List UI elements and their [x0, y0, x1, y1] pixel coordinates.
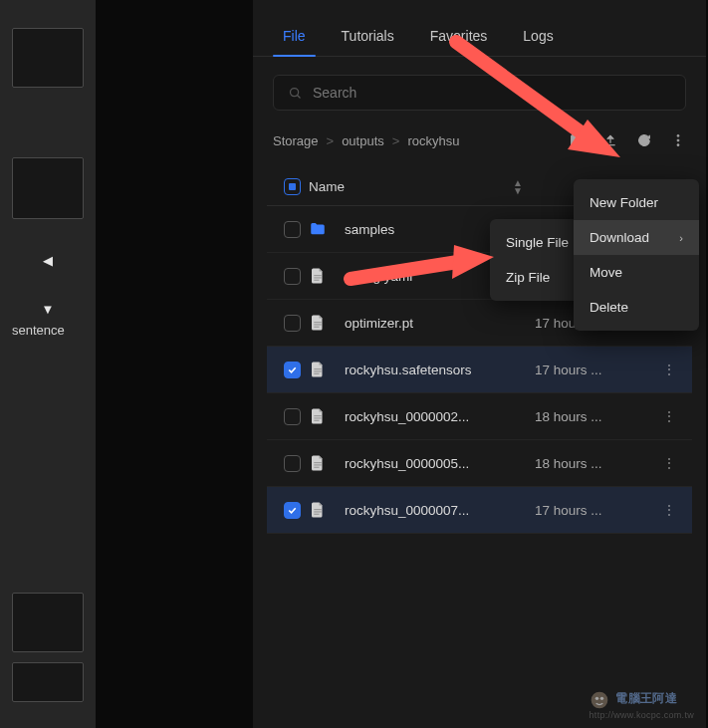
modified-time: 17 hours ... [535, 503, 654, 518]
file-name: rockyhsu.safetensors [345, 363, 472, 377]
row-checkbox[interactable] [284, 362, 301, 378]
modified-time: 18 hours ... [535, 409, 654, 424]
save-icon[interactable] [569, 132, 585, 148]
menu-item-download[interactable]: Download› [574, 220, 699, 255]
svg-rect-12 [314, 327, 319, 328]
file-name: rockyhsu_0000002... [345, 409, 469, 424]
modified-time: 17 hours ... [535, 363, 654, 377]
file-icon [309, 314, 327, 332]
menu-item-new-folder[interactable]: New Folder [574, 185, 699, 220]
svg-point-31 [599, 697, 602, 700]
file-name: rockyhsu_0000005... [345, 456, 469, 471]
row-checkbox[interactable] [284, 502, 301, 519]
tab-file[interactable]: File [265, 18, 324, 56]
breadcrumb-segment[interactable]: outputs [342, 133, 384, 148]
panel-box [12, 593, 84, 652]
file-name: config.yaml [345, 269, 412, 284]
table-row[interactable]: rockyhsu.safetensors17 hours ...⋮ [267, 347, 692, 393]
tab-bar: FileTutorialsFavoritesLogs [253, 0, 706, 57]
file-name: samples [345, 222, 394, 237]
file-name: rockyhsu_0000007... [345, 503, 469, 518]
column-name[interactable]: Name ▲▼ [309, 179, 535, 195]
svg-rect-24 [314, 514, 319, 515]
collapse-left-icon[interactable]: ◀ [0, 253, 96, 268]
svg-point-29 [590, 692, 607, 709]
left-sidebar: ◀ ▼ sentence [0, 0, 96, 728]
file-icon [309, 407, 327, 425]
row-more-icon[interactable]: ⋮ [662, 363, 676, 377]
menu-item-move[interactable]: Move [574, 255, 699, 290]
svg-rect-14 [314, 371, 322, 372]
select-all-checkbox[interactable] [284, 178, 301, 195]
watermark: 電腦王阿達 http://www.kocpc.com.tw [590, 690, 694, 720]
modified-time: 18 hours ... [535, 456, 654, 471]
svg-rect-17 [314, 418, 322, 419]
tab-tutorials[interactable]: Tutorials [324, 18, 412, 56]
folder-icon [309, 220, 327, 238]
breadcrumb-segment[interactable]: Storage [273, 133, 319, 148]
chevron-right-icon: › [679, 232, 683, 244]
row-checkbox[interactable] [284, 315, 301, 332]
svg-rect-20 [314, 465, 322, 466]
refresh-icon[interactable] [636, 132, 652, 148]
svg-rect-18 [314, 420, 319, 421]
breadcrumb: Storage>outputs>rockyhsu [273, 133, 459, 148]
svg-rect-7 [314, 275, 322, 276]
menu-item-delete[interactable]: Delete [574, 290, 699, 325]
search-icon [288, 86, 303, 101]
expand-down-icon[interactable]: ▼ [0, 302, 96, 317]
row-more-icon[interactable]: ⋮ [662, 503, 676, 518]
svg-rect-9 [314, 280, 319, 281]
svg-point-0 [291, 88, 299, 96]
panel-box [12, 157, 84, 219]
breadcrumb-segment[interactable]: rockyhsu [407, 133, 459, 148]
row-more-icon[interactable]: ⋮ [662, 456, 676, 471]
panel-box [12, 28, 84, 88]
file-icon [309, 267, 327, 285]
file-icon [309, 454, 327, 472]
row-checkbox[interactable] [284, 455, 301, 472]
toolbar-actions [569, 132, 686, 148]
file-icon [309, 361, 327, 378]
table-row[interactable]: rockyhsu_0000005...18 hours ...⋮ [267, 440, 692, 487]
sort-icon: ▲▼ [513, 179, 535, 195]
svg-rect-11 [314, 325, 322, 326]
search-field[interactable] [273, 75, 686, 111]
breadcrumb-separator: > [327, 133, 335, 148]
svg-point-4 [677, 134, 679, 136]
svg-rect-15 [314, 373, 319, 374]
panel-box [12, 662, 84, 702]
svg-point-5 [677, 139, 679, 141]
row-checkbox[interactable] [284, 268, 301, 285]
svg-rect-13 [314, 368, 322, 369]
svg-rect-8 [314, 278, 322, 279]
file-name: optimizer.pt [345, 316, 413, 331]
svg-rect-21 [314, 467, 319, 468]
tab-favorites[interactable]: Favorites [412, 18, 506, 56]
svg-rect-19 [314, 462, 322, 463]
svg-rect-16 [314, 415, 322, 416]
svg-rect-23 [314, 512, 322, 513]
svg-point-6 [677, 144, 679, 146]
svg-rect-22 [314, 509, 322, 510]
svg-rect-10 [314, 322, 322, 323]
svg-point-30 [594, 697, 597, 700]
row-checkbox[interactable] [284, 408, 301, 425]
more-icon[interactable] [670, 132, 686, 148]
upload-icon[interactable] [602, 132, 618, 148]
breadcrumb-separator: > [392, 133, 400, 148]
context-menu: New FolderDownload›MoveDelete [574, 179, 699, 331]
svg-rect-3 [574, 135, 579, 138]
svg-line-1 [298, 95, 301, 98]
file-icon [309, 501, 327, 519]
table-row[interactable]: rockyhsu_0000002...18 hours ...⋮ [267, 393, 692, 440]
table-row[interactable]: rockyhsu_0000007...17 hours ...⋮ [267, 487, 692, 534]
sentence-label: sentence [12, 323, 84, 338]
file-browser-panel: FileTutorialsFavoritesLogs Storage>outpu… [253, 0, 706, 728]
search-input[interactable] [313, 85, 671, 101]
row-checkbox[interactable] [284, 221, 301, 238]
row-more-icon[interactable]: ⋮ [662, 409, 676, 424]
tab-logs[interactable]: Logs [505, 18, 571, 56]
